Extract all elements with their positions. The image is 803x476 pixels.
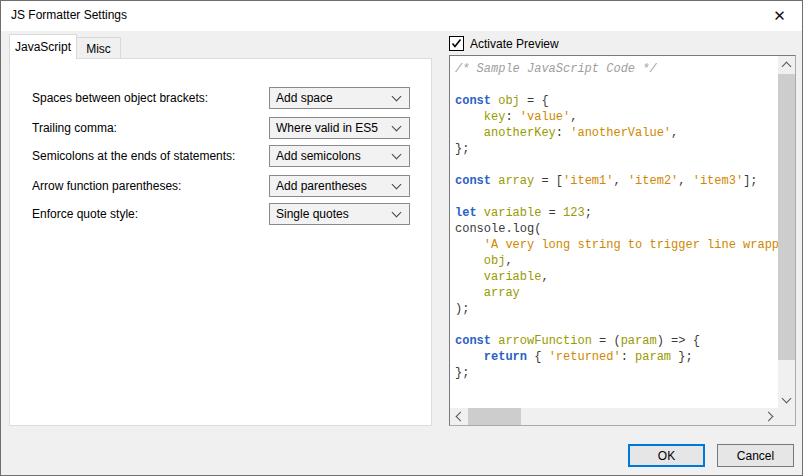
tab-javascript-label: JavaScript [15, 40, 71, 54]
chevron-down-icon [392, 150, 402, 160]
field-label-object-brackets: Spaces between object brackets: [32, 91, 208, 105]
quote-style-dropdown[interactable]: Single quotes [269, 203, 410, 225]
field-label-trailing-comma: Trailing comma: [32, 121, 117, 135]
vertical-scrollbar-thumb[interactable] [778, 74, 795, 360]
tab-misc[interactable]: Misc [76, 37, 121, 59]
semicolons-value: Add semicolons [276, 149, 393, 163]
field-label-semicolons: Semicolons at the ends of statements: [32, 149, 235, 163]
quote-style-value: Single quotes [276, 207, 393, 221]
cancel-button[interactable]: Cancel [717, 444, 794, 467]
scroll-down-icon[interactable] [778, 391, 795, 408]
chevron-down-icon [392, 92, 402, 102]
semicolons-dropdown[interactable]: Add semicolons [269, 145, 410, 167]
close-button[interactable]: ✕ [757, 1, 802, 31]
horizontal-scrollbar-thumb[interactable] [468, 408, 521, 425]
arrow-parentheses-value: Add parentheses [276, 179, 393, 193]
code-lines: /* Sample JavaScript Code */ const obj =… [450, 56, 778, 408]
chevron-down-icon [392, 208, 402, 218]
chevron-down-icon [392, 180, 402, 190]
scroll-up-icon[interactable] [778, 56, 795, 73]
ok-button-label: OK [658, 449, 675, 463]
code-preview-panel[interactable]: /* Sample JavaScript Code */ const obj =… [449, 55, 796, 426]
arrow-parentheses-dropdown[interactable]: Add parentheses [269, 175, 410, 197]
tab-javascript[interactable]: JavaScript [9, 34, 77, 59]
scroll-left-icon[interactable] [450, 408, 467, 425]
js-formatter-settings-dialog: JS Formatter Settings ✕ JavaScript Misc … [0, 0, 803, 476]
vertical-scrollbar[interactable] [778, 56, 795, 408]
horizontal-scrollbar[interactable] [450, 408, 778, 425]
chevron-down-icon [392, 122, 402, 132]
checkbox-check-icon [449, 36, 464, 51]
tab-misc-label: Misc [86, 42, 111, 56]
activate-preview-label: Activate Preview [470, 37, 559, 51]
cancel-button-label: Cancel [737, 449, 774, 463]
activate-preview-checkbox[interactable]: Activate Preview [449, 36, 559, 51]
close-icon: ✕ [773, 7, 786, 25]
ok-button[interactable]: OK [628, 444, 705, 467]
scroll-right-icon[interactable] [761, 408, 778, 425]
object-brackets-value: Add space [276, 91, 393, 105]
field-label-arrow-parentheses: Arrow function parentheses: [32, 179, 181, 193]
trailing-comma-dropdown[interactable]: Where valid in ES5 [269, 117, 410, 139]
window-title: JS Formatter Settings [11, 8, 127, 22]
field-label-quote-style: Enforce quote style: [32, 207, 138, 221]
scrollbar-corner [778, 408, 795, 425]
tab-page-javascript: Spaces between object brackets: Add spac… [9, 58, 432, 426]
trailing-comma-value: Where valid in ES5 [276, 121, 393, 135]
object-brackets-dropdown[interactable]: Add space [269, 87, 410, 109]
titlebar[interactable]: JS Formatter Settings ✕ [1, 1, 802, 31]
